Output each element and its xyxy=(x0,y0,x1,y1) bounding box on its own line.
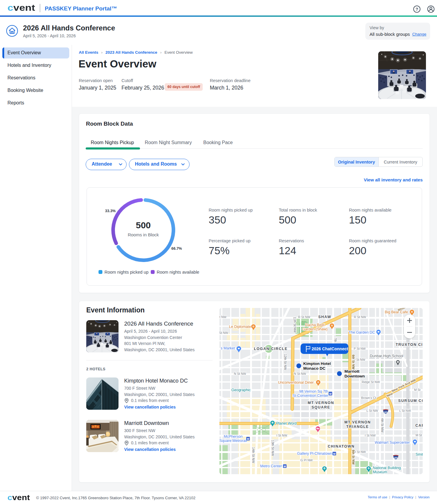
svg-text:Planet Word: Planet Word xyxy=(276,421,297,426)
svg-text:M: M xyxy=(329,392,332,395)
svg-text:SURSUM CO: SURSUM CO xyxy=(398,399,423,403)
svg-text:Metro Center: Metro Center xyxy=(260,464,282,468)
svg-text:G Pl NW: G Pl NW xyxy=(301,458,313,462)
svg-text:SQUARE: SQUARE xyxy=(312,405,330,409)
svg-text:N St NW: N St NW xyxy=(234,372,246,375)
svg-text:Dunbar High School: Dunbar High School xyxy=(370,354,403,358)
svg-text:CAP: CAP xyxy=(416,423,423,428)
svg-text:M St: M St xyxy=(416,433,422,437)
svg-text:Monaco DC: Monaco DC xyxy=(303,366,326,371)
svg-text:13th St NW: 13th St NW xyxy=(271,440,275,456)
svg-text:M: M xyxy=(247,437,249,440)
svg-text:Gallery Pl-Chinatown: Gallery Pl-Chinatown xyxy=(297,451,332,456)
svg-text:t NW: t NW xyxy=(219,315,226,319)
svg-text:Big Bear Cafe: Big Bear Cafe xyxy=(385,310,408,314)
svg-text:Dacha Beer: Dacha Beer xyxy=(305,323,325,327)
svg-text:Le Diplomate: Le Diplomate xyxy=(229,325,251,329)
svg-text:TRUXTON CI: TRUXTON CI xyxy=(396,343,423,347)
svg-text:12th St NW: 12th St NW xyxy=(284,354,287,370)
svg-text:2026 ChatConnect: 2026 ChatConnect xyxy=(312,346,348,351)
svg-text:M St: M St xyxy=(414,388,421,392)
svg-text:Smiths: Smiths xyxy=(416,452,423,457)
svg-text:The Garden DC: The Garden DC xyxy=(349,330,375,335)
svg-text:I St NW: I St NW xyxy=(365,434,376,437)
svg-text:M: M xyxy=(333,452,336,455)
svg-text:M: M xyxy=(284,465,286,468)
svg-text:14th St NW: 14th St NW xyxy=(252,447,255,463)
svg-text:National Building: National Building xyxy=(373,466,401,470)
svg-text:R St NW: R St NW xyxy=(298,315,310,319)
svg-text:s Market: s Market xyxy=(221,346,235,350)
svg-text:Museum: Museum xyxy=(373,470,387,474)
svg-text:Unconventional Diner: Unconventional Diner xyxy=(278,380,314,385)
svg-text:MT VERNON: MT VERNON xyxy=(308,401,334,405)
svg-text:4th St NW: 4th St NW xyxy=(381,418,384,432)
svg-text:Walmart Supercenter: Walmart Supercenter xyxy=(375,440,410,445)
svg-text:395: 395 xyxy=(394,457,398,459)
svg-text:LOGAN CIRCLE: LOGAN CIRCLE xyxy=(254,347,287,351)
svg-text:L St NW: L St NW xyxy=(367,409,378,412)
svg-text:MT VERNON: MT VERNON xyxy=(344,420,371,424)
svg-text:395: 395 xyxy=(384,411,387,413)
svg-text:Square Metrorail: Square Metrorail xyxy=(219,439,247,443)
svg-text:Geographic: Geographic xyxy=(231,388,251,392)
svg-text:R St NW: R St NW xyxy=(354,315,366,319)
svg-text:McPherson: McPherson xyxy=(224,434,242,439)
svg-text:?: ? xyxy=(416,7,418,12)
svg-text:St-Convention Center: St-Convention Center xyxy=(293,394,328,398)
svg-text:Kimpton Hotel: Kimpton Hotel xyxy=(303,361,331,366)
svg-text:I St NW: I St NW xyxy=(276,434,287,437)
svg-text:N St NW: N St NW xyxy=(294,372,306,375)
svg-text:6th St NW: 6th St NW xyxy=(352,450,355,465)
svg-text:6th St NW: 6th St NW xyxy=(352,355,355,369)
svg-text:TRIANGLE: TRIANGLE xyxy=(346,425,369,429)
svg-text:Garden (Shaw): Garden (Shaw) xyxy=(302,327,328,331)
svg-text:Marriott: Marriott xyxy=(344,369,360,374)
svg-text:CHINATOWN: CHINATOWN xyxy=(328,444,355,448)
svg-text:P St NW: P St NW xyxy=(354,347,366,350)
svg-text:L St NW: L St NW xyxy=(399,409,411,412)
svg-text:7th: 7th xyxy=(334,338,337,342)
svg-text:St NW: St NW xyxy=(219,331,228,335)
svg-text:Mt Vernon Sq 7th: Mt Vernon Sq 7th xyxy=(299,389,328,394)
svg-text:SHAW: SHAW xyxy=(318,315,331,319)
svg-text:11th St NW: 11th St NW xyxy=(293,317,297,333)
svg-text:Downtown: Downtown xyxy=(344,374,365,378)
svg-text:Ridge St NW: Ridge St NW xyxy=(362,380,380,384)
svg-text:Brown's Ct: Brown's Ct xyxy=(361,396,376,400)
